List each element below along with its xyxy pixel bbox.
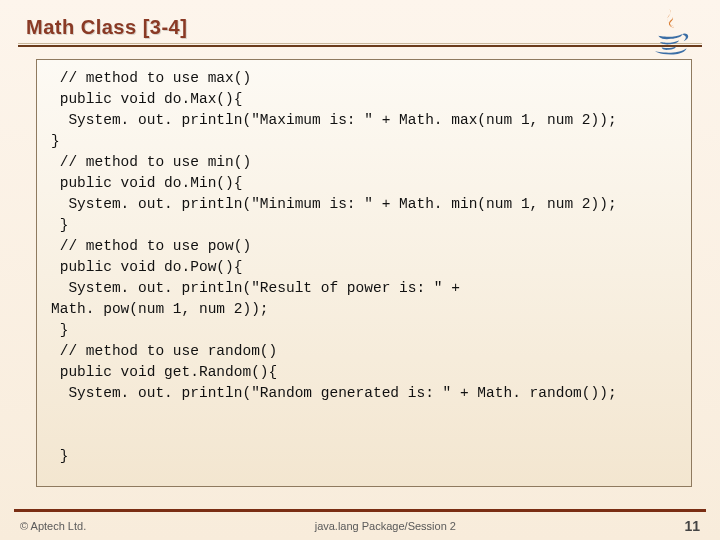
page-number: 11	[684, 518, 700, 534]
copyright: © Aptech Ltd.	[20, 520, 86, 532]
slide: Math Class [3-4] // method to use max() …	[0, 0, 720, 540]
footer-center: java.lang Package/Session 2	[86, 520, 684, 532]
code-box: // method to use max() public void do.Ma…	[36, 59, 692, 487]
divider	[14, 509, 706, 512]
divider	[18, 45, 702, 47]
divider	[18, 43, 702, 44]
footer: © Aptech Ltd. java.lang Package/Session …	[0, 518, 720, 534]
java-logo-icon	[646, 6, 696, 56]
code-content: // method to use max() public void do.Ma…	[51, 68, 681, 467]
slide-title: Math Class [3-4]	[26, 16, 702, 39]
